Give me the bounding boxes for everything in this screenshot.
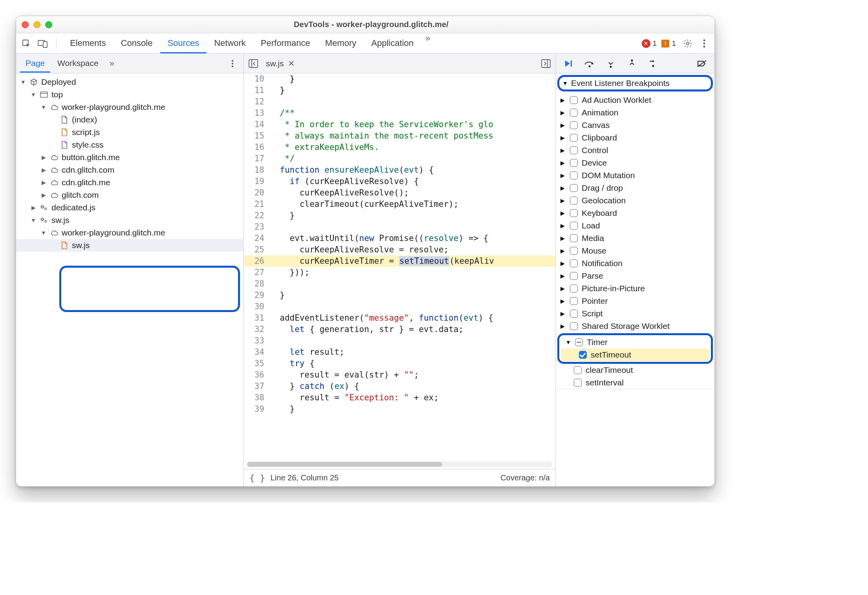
- code-line[interactable]: 38 result = "Exception: " + ex;: [244, 392, 555, 403]
- line-number[interactable]: 12: [244, 96, 270, 108]
- step-into-icon[interactable]: [604, 57, 618, 71]
- scrollbar-thumb[interactable]: [247, 462, 442, 467]
- bp-category[interactable]: ▶Mouse: [556, 245, 714, 257]
- checkbox[interactable]: [570, 259, 578, 267]
- resume-icon[interactable]: [561, 57, 575, 71]
- tree-cdn1[interactable]: ▶cdn.glitch.com: [16, 164, 244, 176]
- checkbox[interactable]: [570, 322, 578, 330]
- checkbox[interactable]: [570, 297, 578, 305]
- code-line[interactable]: 25 curKeepAliveResolve = resolve;: [244, 244, 555, 256]
- tab-performance[interactable]: Performance: [254, 33, 317, 53]
- kebab-menu-icon[interactable]: [697, 37, 711, 51]
- line-number[interactable]: 33: [244, 335, 270, 347]
- line-number[interactable]: 28: [244, 278, 270, 290]
- code-line[interactable]: 10 }: [244, 73, 555, 85]
- line-number[interactable]: 30: [244, 301, 270, 312]
- code-line[interactable]: 26 curKeepAliveTimer = setTimeout(keepAl…: [244, 256, 555, 267]
- checkbox[interactable]: [574, 366, 582, 374]
- tab-sources[interactable]: Sources: [160, 33, 206, 53]
- bp-cat-timer[interactable]: ▼ Timer: [561, 336, 709, 349]
- code-line[interactable]: 33: [244, 335, 555, 347]
- tree-scriptjs[interactable]: script.js: [16, 126, 244, 139]
- show-navigator-icon[interactable]: [246, 57, 260, 71]
- nav-tab-workspace[interactable]: Workspace: [52, 54, 104, 73]
- bp-category[interactable]: ▶Canvas: [556, 119, 714, 131]
- bp-set-timeout[interactable]: setTimeout: [561, 349, 709, 361]
- checkbox[interactable]: [570, 121, 578, 129]
- bp-category[interactable]: ▶Pointer: [556, 295, 714, 307]
- nav-tab-page[interactable]: Page: [20, 54, 50, 73]
- line-number[interactable]: 32: [244, 324, 270, 335]
- code-line[interactable]: 14 * In order to keep the ServiceWorker'…: [244, 119, 555, 130]
- step-over-icon[interactable]: [582, 57, 597, 71]
- code-line[interactable]: 22 }: [244, 210, 555, 221]
- warnings-badge[interactable]: ! 1: [661, 39, 676, 48]
- line-number[interactable]: 16: [244, 142, 270, 153]
- code-line[interactable]: 32 let { generation, str } = evt.data;: [244, 324, 555, 335]
- checkbox[interactable]: [570, 134, 578, 142]
- code-line[interactable]: 17 */: [244, 153, 555, 164]
- bp-category[interactable]: ▶Parse: [556, 270, 714, 282]
- code-line[interactable]: 15 * always maintain the most-recent pos…: [244, 130, 555, 142]
- tab-console[interactable]: Console: [114, 33, 160, 53]
- checkbox[interactable]: [570, 310, 578, 318]
- line-number[interactable]: 17: [244, 153, 270, 164]
- checkbox[interactable]: [570, 184, 578, 192]
- editor-tab-swjs[interactable]: sw.js ✕: [262, 57, 299, 71]
- checkbox-checked[interactable]: [579, 351, 587, 359]
- minimize-icon[interactable]: [33, 21, 40, 28]
- bp-category[interactable]: ▶Script: [556, 307, 714, 320]
- code-line[interactable]: 39 }: [244, 403, 555, 415]
- bp-category[interactable]: ▶Picture-in-Picture: [556, 282, 714, 295]
- line-number[interactable]: 35: [244, 358, 270, 369]
- more-tabs[interactable]: »: [421, 33, 434, 53]
- code-line[interactable]: 30: [244, 301, 555, 312]
- tree-sw-file[interactable]: sw.js: [16, 239, 244, 252]
- checkbox[interactable]: [570, 146, 578, 154]
- code-line[interactable]: 31 addEventListener("message", function(…: [244, 312, 555, 324]
- checkbox[interactable]: [570, 172, 578, 179]
- line-number[interactable]: 36: [244, 369, 270, 381]
- line-number[interactable]: 25: [244, 244, 270, 256]
- step-icon[interactable]: [646, 57, 660, 71]
- close-tab-icon[interactable]: ✕: [288, 59, 295, 68]
- checkbox[interactable]: [570, 109, 578, 117]
- bp-category[interactable]: ▶Animation: [556, 106, 714, 119]
- checkbox-mixed[interactable]: [575, 338, 583, 346]
- line-number[interactable]: 23: [244, 221, 270, 233]
- code-line[interactable]: 35 try {: [244, 358, 555, 369]
- bp-category[interactable]: ▶Shared Storage Worklet: [556, 320, 714, 332]
- show-debugger-icon[interactable]: [539, 57, 553, 71]
- bp-set-interval[interactable]: setInterval: [556, 376, 714, 389]
- checkbox[interactable]: [570, 197, 578, 204]
- deactivate-breakpoints-icon[interactable]: [695, 57, 709, 71]
- tree-domain-main[interactable]: ▼worker-playground.glitch.me: [16, 101, 244, 113]
- tab-elements[interactable]: Elements: [63, 33, 113, 53]
- code-line[interactable]: 23: [244, 221, 555, 233]
- code-line[interactable]: 36 result = eval(str) + "";: [244, 369, 555, 381]
- line-number[interactable]: 27: [244, 267, 270, 278]
- code-line[interactable]: 11 }: [244, 85, 555, 96]
- tab-memory[interactable]: Memory: [318, 33, 363, 53]
- tab-application[interactable]: Application: [364, 33, 421, 53]
- code-line[interactable]: 27 }));: [244, 267, 555, 278]
- tree-deployed[interactable]: ▼Deployed: [16, 76, 244, 88]
- code-line[interactable]: 20 curKeepAliveResolve();: [244, 187, 555, 199]
- line-number[interactable]: 39: [244, 403, 270, 415]
- tree-sw-domain[interactable]: ▼worker-playground.glitch.me: [16, 226, 244, 239]
- tree-index[interactable]: (index): [16, 113, 244, 126]
- device-toolbar-icon[interactable]: [36, 37, 50, 51]
- line-number[interactable]: 26: [244, 256, 270, 267]
- bp-category[interactable]: ▶Drag / drop: [556, 182, 714, 194]
- checkbox[interactable]: [570, 234, 578, 242]
- inspect-icon[interactable]: [19, 37, 33, 51]
- checkbox[interactable]: [570, 272, 578, 280]
- line-number[interactable]: 21: [244, 199, 270, 210]
- code-line[interactable]: 37 } catch (ex) {: [244, 381, 555, 392]
- line-number[interactable]: 38: [244, 392, 270, 403]
- line-number[interactable]: 20: [244, 187, 270, 199]
- line-number[interactable]: 31: [244, 312, 270, 324]
- step-out-icon[interactable]: [625, 57, 639, 71]
- line-number[interactable]: 11: [244, 85, 270, 96]
- pretty-print-icon[interactable]: { }: [249, 473, 265, 483]
